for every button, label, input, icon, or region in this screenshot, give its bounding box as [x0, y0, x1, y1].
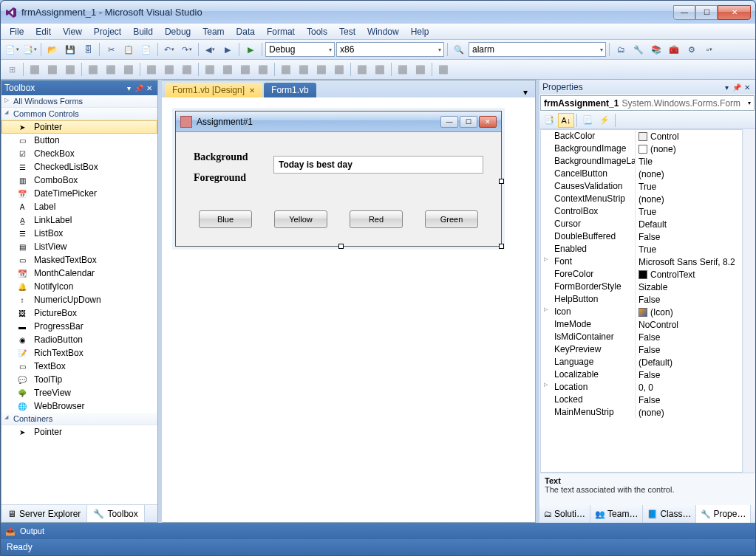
titlebar[interactable]: frmAssignment_1 - Microsoft Visual Studi… — [1, 1, 755, 24]
menu-edit[interactable]: Edit — [30, 24, 57, 39]
properties-object-combo[interactable]: frmAssignment_1System.Windows.Forms.Form — [540, 95, 755, 111]
toolbox-item-picturebox[interactable]: 🖼PictureBox — [1, 306, 157, 320]
tab-close-icon[interactable]: ✕ — [249, 86, 255, 95]
redo-button[interactable]: ↷ — [179, 41, 195, 58]
menu-file[interactable]: File — [4, 24, 30, 39]
prop-row-icon[interactable]: Icon(Icon) — [541, 306, 742, 318]
resize-handle-s[interactable] — [338, 244, 344, 249]
button-yellow[interactable]: Yellow — [274, 210, 327, 228]
toolbox-item-combobox[interactable]: ▥ComboBox — [1, 174, 157, 187]
prop-row-keypreview[interactable]: KeyPreviewFalse — [541, 343, 742, 356]
prop-row-forecolor[interactable]: ForeColorControlText — [541, 268, 742, 281]
tab-code[interactable]: Form1.vb — [264, 83, 316, 97]
object-browser-button[interactable]: 📚 — [648, 41, 664, 58]
textbox-main[interactable]: Today is best day — [273, 156, 483, 174]
output-tab-bar[interactable]: 📤 Output — [1, 523, 755, 539]
toolbox-item-webbrowser[interactable]: 🌐WebBrowser — [1, 399, 157, 413]
toolbox-item-linklabel[interactable]: A̲LinkLabel — [1, 213, 157, 227]
toolbox-group-common[interactable]: Common Controls — [1, 108, 157, 120]
toolbox-item-button[interactable]: ▭Button — [1, 134, 157, 147]
minimize-button[interactable]: — — [673, 5, 695, 20]
menu-team[interactable]: Team — [197, 24, 230, 39]
resize-handle-e[interactable] — [499, 179, 504, 184]
toolbox-item-checkbox[interactable]: ☑CheckBox — [1, 147, 157, 160]
prop-row-font[interactable]: FontMicrosoft Sans Serif, 8.2 — [541, 255, 742, 268]
prop-row-enabled[interactable]: EnabledTrue — [541, 243, 742, 255]
toolbox-item-textbox[interactable]: ▭TextBox — [1, 360, 157, 373]
form-window[interactable]: Assignment#1 — ☐ ✕ Background Today is b… — [175, 111, 502, 247]
paste-button[interactable]: 📄 — [138, 41, 154, 58]
properties-scrollbar[interactable] — [743, 129, 755, 473]
prop-row-imemode[interactable]: ImeModeNoControl — [541, 318, 742, 331]
start-button[interactable]: ▶ — [242, 41, 259, 58]
prop-row-controlbox[interactable]: ControlBoxTrue — [541, 205, 742, 218]
nav-fwd-button[interactable]: ▶ — [219, 41, 236, 58]
footer-tab-team[interactable]: 👥 Team… — [590, 505, 643, 523]
toolbox-item-progressbar[interactable]: ▬ProgressBar — [1, 320, 157, 333]
toolbox-item-maskedtextbox[interactable]: ▭MaskedTextBox — [1, 253, 157, 267]
save-button[interactable]: 💾 — [62, 41, 78, 58]
designer-surface[interactable]: Assignment#1 — ☐ ✕ Background Today is b… — [162, 97, 535, 522]
tab-dropdown-icon[interactable]: ▾ — [519, 87, 532, 97]
new-project-button[interactable]: 📄 — [4, 41, 20, 58]
properties-button[interactable]: 📃 — [579, 113, 596, 128]
close-panel-icon[interactable]: ✕ — [742, 83, 752, 92]
prop-row-mainmenustrip[interactable]: MainMenuStrip(none) — [541, 406, 742, 419]
button-red[interactable]: Red — [350, 210, 403, 228]
label-foreground[interactable]: Foreground — [194, 172, 273, 184]
footer-tab-server-explorer[interactable]: 🖥Server Explorer — [1, 505, 87, 522]
menu-build[interactable]: Build — [127, 24, 159, 39]
footer-tab-toolbox[interactable]: 🔧Toolbox — [87, 505, 144, 522]
properties-window-button[interactable]: 🔧 — [630, 41, 647, 58]
pin-icon[interactable]: 📌 — [134, 84, 144, 92]
toolbox-item-datetimepicker[interactable]: 📅DateTimePicker — [1, 187, 157, 200]
footer-tab-properties[interactable]: 🔧 Prope… — [696, 505, 751, 523]
toolbox-group-allforms[interactable]: All Windows Forms — [1, 95, 157, 108]
toolbox-header[interactable]: Toolbox ▾ 📌 ✕ — [1, 80, 157, 95]
prop-row-backcolor[interactable]: BackColorControl — [541, 130, 742, 143]
config-combo[interactable]: Debug — [265, 42, 335, 57]
solution-explorer-button[interactable]: 🗂 — [613, 41, 629, 58]
menu-test[interactable]: Test — [333, 24, 361, 39]
properties-grid[interactable]: BackColorControlBackgroundImage(none)Bac… — [540, 129, 743, 473]
prop-row-backgroundimagela[interactable]: BackgroundImageLaTile — [541, 155, 742, 168]
prop-row-cursor[interactable]: CursorDefault — [541, 218, 742, 230]
toolbox-item-richtextbox[interactable]: 📝RichTextBox — [1, 346, 157, 360]
extensions-button[interactable]: ▫ — [701, 41, 718, 58]
menu-view[interactable]: View — [57, 24, 88, 39]
find-in-files-button[interactable]: 🔍 — [451, 41, 467, 58]
toolbox-item-pointer2[interactable]: ➤Pointer — [1, 425, 157, 439]
prop-row-locked[interactable]: LockedFalse — [541, 394, 742, 406]
footer-tab-solution[interactable]: 🗂 Soluti… — [539, 505, 590, 523]
button-green[interactable]: Green — [425, 210, 478, 228]
button-blue[interactable]: Blue — [199, 210, 252, 228]
prop-row-formborderstyle[interactable]: FormBorderStyleSizable — [541, 281, 742, 293]
toolbox-item-listbox[interactable]: ☰ListBox — [1, 227, 157, 240]
prop-row-location[interactable]: Location0, 0 — [541, 381, 742, 394]
toolbox-button[interactable]: 🧰 — [666, 41, 682, 58]
prop-row-localizable[interactable]: LocalizableFalse — [541, 368, 742, 381]
alphabetical-button[interactable]: A↓ — [558, 113, 574, 128]
toolbox-item-checkedlistbox[interactable]: ☰CheckedListBox — [1, 160, 157, 174]
dropdown-icon[interactable]: ▾ — [721, 83, 732, 92]
menu-project[interactable]: Project — [88, 24, 127, 39]
prop-row-backgroundimage[interactable]: BackgroundImage(none) — [541, 143, 742, 155]
add-item-button[interactable]: 📑 — [21, 41, 38, 58]
toolbox-item-pointer[interactable]: ➤Pointer — [1, 120, 157, 134]
resize-handle-se[interactable] — [499, 244, 504, 249]
prop-row-language[interactable]: Language(Default) — [541, 356, 742, 368]
close-panel-icon[interactable]: ✕ — [144, 84, 154, 92]
toolbox-item-treeview[interactable]: 🌳TreeView — [1, 386, 157, 399]
toolbox-item-label[interactable]: ALabel — [1, 200, 157, 213]
open-button[interactable]: 📂 — [44, 41, 61, 58]
close-button[interactable]: ✕ — [718, 5, 751, 20]
nav-back-button[interactable]: ◀ — [202, 41, 218, 58]
menu-data[interactable]: Data — [231, 24, 261, 39]
toolbox-item-listview[interactable]: ▤ListView — [1, 240, 157, 253]
prop-row-causesvalidation[interactable]: CausesValidationTrue — [541, 180, 742, 193]
undo-button[interactable]: ↶ — [161, 41, 177, 58]
prop-row-doublebuffered[interactable]: DoubleBufferedFalse — [541, 230, 742, 243]
prop-row-ismdicontainer[interactable]: IsMdiContainerFalse — [541, 331, 742, 343]
footer-tab-class[interactable]: 📘 Class… — [643, 505, 696, 523]
save-all-button[interactable]: 🗄 — [80, 41, 96, 58]
